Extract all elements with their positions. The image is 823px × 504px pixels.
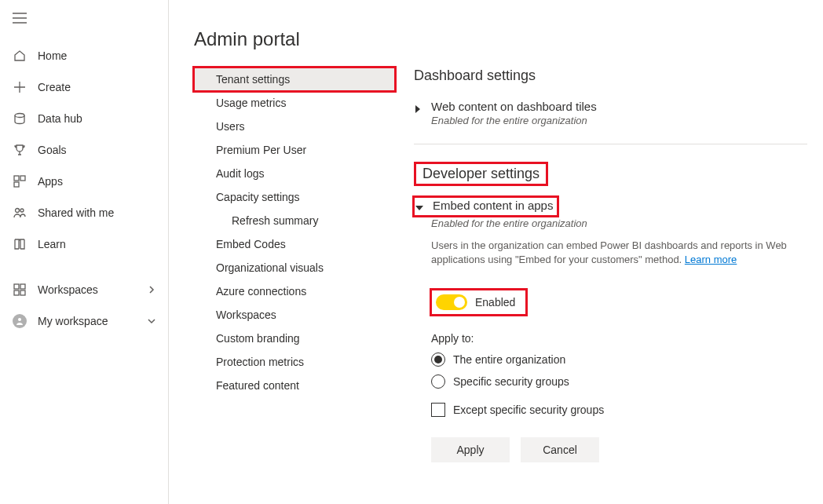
svg-point-4	[16, 209, 20, 213]
settings-tenant[interactable]: Tenant settings	[194, 68, 395, 91]
nav-label: Goals	[38, 144, 67, 156]
radio-entire-org[interactable]: The entire organization	[431, 352, 807, 367]
apps-icon	[13, 175, 27, 188]
embed-description: Users in the organization can embed Powe…	[431, 239, 807, 267]
radio-icon	[431, 374, 445, 389]
settings-item-label: Refresh summary	[232, 214, 318, 227]
except-groups-checkbox[interactable]: Except specific security groups	[431, 403, 807, 417]
radio-specific-groups[interactable]: Specific security groups	[431, 374, 807, 389]
settings-item-label: Featured content	[216, 379, 299, 392]
settings-featured-content[interactable]: Featured content	[194, 374, 395, 397]
apply-button[interactable]: Apply	[431, 437, 510, 462]
dashboard-web-content-row[interactable]: Web content on dashboard tiles Enabled f…	[414, 100, 807, 126]
settings-custom-branding[interactable]: Custom branding	[194, 327, 395, 350]
settings-org-visuals[interactable]: Organizational visuals	[194, 256, 395, 279]
section-divider	[414, 144, 807, 144]
plus-icon	[13, 81, 27, 93]
settings-usage-metrics[interactable]: Usage metrics	[194, 91, 395, 115]
dashboard-settings-heading: Dashboard settings	[414, 68, 807, 84]
settings-item-label: Embed Codes	[216, 238, 286, 250]
hamburger-button[interactable]	[0, 6, 168, 40]
datahub-icon	[13, 112, 27, 125]
settings-item-label: Usage metrics	[216, 97, 286, 109]
svg-rect-2	[20, 176, 25, 181]
svg-point-5	[20, 209, 24, 212]
radio-label: Specific security groups	[453, 375, 569, 388]
settings-capacity[interactable]: Capacity settings	[194, 185, 395, 209]
settings-item-label: Organizational visuals	[216, 261, 324, 274]
settings-nav: Tenant settings Usage metrics Users Prem…	[194, 68, 395, 462]
caret-down-icon	[415, 202, 426, 214]
settings-item-label: Audit logs	[216, 167, 264, 180]
toggle-label: Enabled	[475, 296, 515, 309]
svg-rect-6	[14, 284, 19, 289]
nav-datahub[interactable]: Data hub	[0, 103, 168, 134]
svg-rect-7	[20, 284, 25, 289]
svg-point-10	[18, 318, 21, 321]
collapsible-subtext: Enabled for the entire organization	[431, 217, 807, 229]
embed-content-row[interactable]: Embed content in apps	[414, 197, 807, 216]
settings-users[interactable]: Users	[194, 115, 395, 138]
nav-apps[interactable]: Apps	[0, 166, 168, 197]
detail-pane: Dashboard settings Web content on dashbo…	[414, 68, 815, 462]
apply-to-label: Apply to:	[431, 332, 807, 345]
collapsible-subtext: Enabled for the entire organization	[431, 115, 807, 126]
settings-item-label: Workspaces	[216, 309, 276, 321]
settings-azure-connections[interactable]: Azure connections	[194, 279, 395, 303]
nav-label: Home	[38, 49, 67, 62]
checkbox-label: Except specific security groups	[453, 404, 604, 416]
nav-label: Learn	[38, 238, 66, 250]
chevron-right-icon	[148, 283, 155, 296]
nav-label: Shared with me	[38, 206, 114, 219]
nav-create[interactable]: Create	[0, 71, 168, 103]
nav-goals[interactable]: Goals	[0, 134, 168, 166]
chevron-down-icon	[148, 315, 155, 327]
svg-rect-3	[14, 182, 19, 187]
settings-item-label: Protection metrics	[216, 356, 304, 368]
trophy-icon	[13, 144, 27, 156]
cancel-button[interactable]: Cancel	[521, 437, 599, 462]
radio-label: The entire organization	[453, 353, 565, 366]
nav-home[interactable]: Home	[0, 40, 168, 71]
settings-item-label: Tenant settings	[216, 73, 290, 86]
collapsible-title: Web content on dashboard tiles	[431, 100, 807, 113]
settings-workspaces[interactable]: Workspaces	[194, 303, 395, 327]
checkbox-icon	[431, 403, 445, 417]
svg-rect-8	[14, 290, 19, 295]
workspaces-icon	[13, 283, 27, 296]
settings-item-label: Premium Per User	[216, 144, 306, 156]
settings-audit-logs[interactable]: Audit logs	[194, 162, 395, 185]
caret-right-icon	[414, 103, 425, 115]
main-content: Admin portal Tenant settings Usage metri…	[169, 0, 823, 504]
nav-label: Workspaces	[38, 283, 98, 296]
left-nav: Home Create Data hub Goals Apps	[0, 0, 169, 504]
avatar-icon	[13, 314, 27, 328]
enabled-toggle[interactable]	[436, 294, 467, 310]
svg-point-0	[15, 114, 24, 118]
settings-premium-per-user[interactable]: Premium Per User	[194, 138, 395, 162]
nav-label: My workspace	[38, 315, 108, 327]
home-icon	[13, 49, 27, 62]
nav-workspaces[interactable]: Workspaces	[0, 274, 168, 305]
settings-item-label: Custom branding	[216, 332, 300, 345]
settings-protection-metrics[interactable]: Protection metrics	[194, 350, 395, 374]
nav-learn[interactable]: Learn	[0, 228, 168, 260]
nav-label: Create	[38, 81, 71, 93]
book-icon	[13, 238, 27, 250]
learn-more-link[interactable]: Learn more	[685, 254, 737, 265]
nav-label: Data hub	[38, 112, 82, 125]
settings-item-label: Capacity settings	[216, 191, 300, 203]
svg-rect-1	[14, 176, 19, 181]
hamburger-icon	[13, 13, 27, 24]
settings-refresh-summary[interactable]: Refresh summary	[194, 209, 395, 232]
page-title: Admin portal	[194, 28, 815, 50]
settings-item-label: Users	[216, 120, 245, 133]
settings-item-label: Azure connections	[216, 285, 306, 298]
nav-my-workspace[interactable]: My workspace	[0, 305, 168, 337]
developer-settings-heading: Developer settings	[414, 162, 548, 186]
people-icon	[13, 206, 27, 219]
settings-embed-codes[interactable]: Embed Codes	[194, 232, 395, 256]
radio-icon	[431, 352, 445, 367]
nav-shared[interactable]: Shared with me	[0, 197, 168, 228]
nav-label: Apps	[38, 175, 63, 188]
